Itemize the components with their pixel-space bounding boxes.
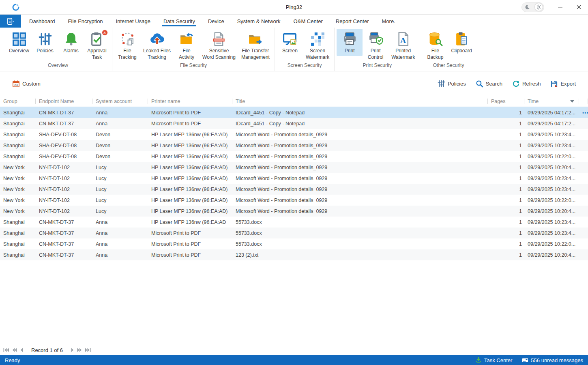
ribbon-group-label: File Security: [114, 62, 273, 71]
cell-spacer: [141, 129, 148, 140]
cell-title: 55733.docx: [232, 217, 488, 228]
column-header-system-account[interactable]: System account: [92, 96, 141, 107]
ribbon-item-alarms[interactable]: Alarms: [58, 29, 84, 56]
ribbon-item-label: Printed Watermark: [391, 48, 415, 60]
ribbon-item-screen[interactable]: Screen: [277, 29, 303, 56]
ribbon-item-label: Screen Watermark: [306, 48, 329, 60]
table-row[interactable]: New YorkNY-IT-DT-102LucyHP Laser MFP 136…: [0, 162, 588, 173]
prev-page-button[interactable]: [12, 348, 17, 352]
ribbon-item-clipboard[interactable]: Clipboard: [448, 29, 474, 56]
tab-more[interactable]: More.: [376, 15, 402, 28]
cell-account: Anna: [92, 228, 141, 238]
status-bar: Ready Task Center 556 unread messages: [0, 355, 588, 365]
cell-printer: HP Laser MFP 136nw (96:EA:AD: [148, 217, 232, 228]
column-header-group[interactable]: Group: [0, 96, 36, 107]
ribbon-item-print-control[interactable]: Print Control: [363, 29, 388, 62]
cell-printer: HP Laser MFP 136nw (96:EA:AD): [148, 206, 232, 217]
minimize-button[interactable]: [551, 0, 569, 15]
light-mode-sun-icon[interactable]: [535, 3, 543, 11]
cell-spacer: [141, 173, 148, 184]
ribbon-item-label: Alarms: [63, 48, 78, 54]
cell-title: Microsoft Word - Promotion details_0929: [232, 206, 488, 217]
table-row[interactable]: ShanghaiCN-MKT-DT-37AnnaHP Laser MFP 136…: [0, 217, 588, 228]
cell-pages: 1: [488, 195, 524, 206]
cell-pages: 1: [488, 249, 524, 260]
tab-system-network[interactable]: System & Network: [231, 15, 287, 28]
theme-toggle[interactable]: [521, 2, 544, 12]
cell-time: 09/29/2025 10:23:4...: [524, 184, 579, 195]
column-header-title[interactable]: Title: [232, 96, 488, 107]
export-button[interactable]: Export: [550, 80, 576, 88]
table-row[interactable]: ShanghaiCN-MKT-DT-37AnnaMicrosoft Print …: [0, 249, 588, 260]
next-page-button[interactable]: [77, 348, 82, 352]
ribbon-item-sensitive-word-scanning[interactable]: Sensitive Word Scanning: [200, 29, 238, 62]
column-header-pages[interactable]: Pages: [488, 96, 524, 107]
table-row[interactable]: ShanghaiCN-MKT-DT-37AnnaMicrosoft Print …: [0, 238, 588, 249]
cell-pages: 1: [488, 184, 524, 195]
table-row[interactable]: ShanghaiCN-MKT-DT-37AnnaMicrosoft Print …: [0, 228, 588, 238]
table-row[interactable]: ShanghaiSHA-DEV-DT-08DevonHP Laser MFP 1…: [0, 129, 588, 140]
filter-dropdown-icon[interactable]: [570, 100, 574, 103]
close-button[interactable]: [569, 0, 588, 15]
ribbon-item-screen-watermark[interactable]: Screen Watermark: [303, 29, 332, 62]
record-count-text: Record 1 of 6: [31, 347, 63, 353]
refresh-button[interactable]: Refresh: [512, 80, 541, 88]
tab-report-center[interactable]: Report Center: [329, 15, 376, 28]
column-header-printer-name[interactable]: Printer name: [148, 96, 232, 107]
tab-device[interactable]: Device: [202, 15, 231, 28]
task-center-button[interactable]: Task Center: [475, 357, 512, 363]
record-navigator: Record 1 of 6: [0, 345, 588, 355]
main-menu-button[interactable]: [0, 15, 21, 28]
table-row[interactable]: ShanghaiSHA-DEV-DT-08DevonHP Laser MFP 1…: [0, 140, 588, 151]
grid-body: ShanghaiCN-MKT-DT-37AnnaMicrosoft Print …: [0, 107, 588, 260]
last-record-button[interactable]: [85, 348, 91, 352]
table-row[interactable]: New YorkNY-IT-DT-102LucyHP Laser MFP 136…: [0, 184, 588, 195]
cell-title: Microsoft Word - Promotion details_0929: [232, 129, 488, 140]
ribbon-item-leaked-files-tracking[interactable]: Leaked Files Tracking: [140, 29, 174, 62]
cell-actions[interactable]: •••: [579, 107, 588, 118]
notification-badge: 3: [102, 30, 108, 36]
column-header-time[interactable]: Time: [524, 96, 579, 107]
screen-watermark-icon: [310, 32, 325, 47]
more-options-icon[interactable]: •••: [582, 110, 588, 115]
cell-account: Anna: [92, 107, 141, 118]
ribbon-item-file-tracking[interactable]: File Tracking: [114, 29, 140, 62]
ribbon-item-label: Overview: [9, 48, 29, 54]
table-row[interactable]: ShanghaiCN-MKT-DT-37AnnaMicrosoft Print …: [0, 107, 588, 118]
ribbon-item-file-backup[interactable]: File Backup: [422, 29, 448, 62]
table-row[interactable]: New YorkNY-IT-DT-102LucyHP Laser MFP 136…: [0, 206, 588, 217]
cell-account: Lucy: [92, 173, 141, 184]
table-row[interactable]: New YorkNY-IT-DT-102LucyHP Laser MFP 136…: [0, 173, 588, 184]
table-row[interactable]: ShanghaiSHA-DEV-DT-08DevonHP Laser MFP 1…: [0, 151, 588, 162]
tab-o-m-center[interactable]: O&M Center: [287, 15, 329, 28]
ribbon-item-printed-watermark[interactable]: APrinted Watermark: [388, 29, 418, 62]
tab-internet-usage[interactable]: Internet Usage: [109, 15, 157, 28]
table-row[interactable]: ShanghaiCN-MKT-DT-37AnnaMicrosoft Print …: [0, 118, 588, 129]
file-backup-icon: [428, 32, 443, 47]
column-header-endpoint-name[interactable]: Endpoint Name: [36, 96, 92, 107]
custom-date-button[interactable]: 23 Custom: [12, 80, 41, 88]
search-button[interactable]: Search: [476, 80, 502, 88]
ribbon-item-overview[interactable]: Overview: [6, 29, 32, 56]
cell-title: Microsoft Word - Promotion details_0929: [232, 151, 488, 162]
cell-group: Shanghai: [0, 140, 36, 151]
prev-record-button[interactable]: [20, 348, 23, 352]
ribbon-item-file-activity[interactable]: File Activity: [174, 29, 200, 62]
table-row[interactable]: New YorkNY-IT-DT-102LucyHP Laser MFP 136…: [0, 195, 588, 206]
ribbon-item-file-transfer-management[interactable]: File Transfer Management: [238, 29, 273, 62]
approval-task-icon: 3: [90, 32, 105, 47]
ribbon-item-policies[interactable]: Policies: [32, 29, 58, 56]
policies-button[interactable]: Policies: [438, 80, 466, 88]
dark-mode-moon-icon[interactable]: [525, 4, 530, 10]
ribbon-item-approval-task[interactable]: 3Approval Task: [84, 29, 110, 62]
tab-data-security[interactable]: Data Security: [157, 15, 202, 28]
ribbon-item-print[interactable]: Print: [337, 29, 363, 56]
tab-file-encryption[interactable]: File Encryption: [62, 15, 109, 28]
cell-endpoint: CN-MKT-DT-37: [36, 249, 92, 260]
cell-time: 09/29/2025 04:17:2...: [524, 118, 579, 129]
first-record-button[interactable]: [3, 348, 9, 352]
cell-pages: 1: [488, 173, 524, 184]
unread-messages-button[interactable]: 556 unread messages: [522, 357, 583, 363]
next-record-button[interactable]: [71, 348, 74, 352]
tab-dashboard[interactable]: Dashboard: [23, 15, 62, 28]
